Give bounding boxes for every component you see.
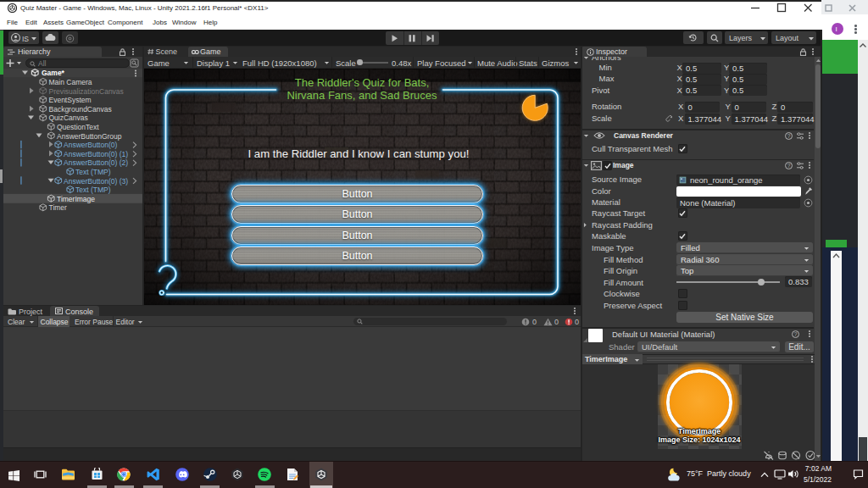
svg-text:BackgroundCanvas: BackgroundCanvas <box>48 105 111 114</box>
svg-text:Text (TMP): Text (TMP) <box>75 168 111 176</box>
svg-text:QuizCanvas: QuizCanvas <box>48 114 87 122</box>
svg-text:?: ? <box>787 163 791 169</box>
svg-text:AnswerButton(0): AnswerButton(0) <box>64 141 117 149</box>
svg-text:?: ? <box>787 133 791 139</box>
svg-text:Timer: Timer <box>48 203 67 212</box>
svg-text:?: ? <box>794 331 798 337</box>
svg-text:AnswerButton(0) (1): AnswerButton(0) (1) <box>64 150 128 158</box>
svg-text:Main Camera: Main Camera <box>48 78 92 86</box>
svg-text:EventSystem: EventSystem <box>48 96 91 104</box>
svg-text:QuestionText: QuestionText <box>57 123 99 131</box>
svg-text:AnswerButton(0) (3): AnswerButton(0) (3) <box>64 177 128 186</box>
svg-text:Text (TMP): Text (TMP) <box>75 186 111 194</box>
svg-text:TimerImage: TimerImage <box>57 195 95 203</box>
svg-text:AnswerButtonGroup: AnswerButtonGroup <box>57 132 122 141</box>
svg-text:Game*: Game* <box>42 69 65 77</box>
svg-text:PrevisualizationCanvas: PrevisualizationCanvas <box>48 87 123 96</box>
svg-text:AnswerButton(0) (2): AnswerButton(0) (2) <box>64 158 128 167</box>
